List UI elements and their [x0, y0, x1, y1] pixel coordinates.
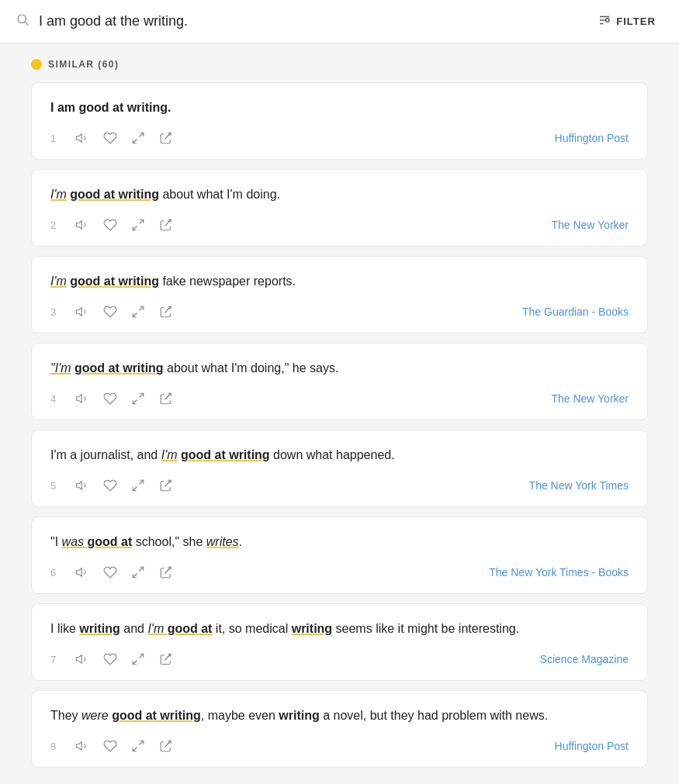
expand-button[interactable]: [125, 475, 151, 496]
like-button[interactable]: [97, 389, 123, 409]
source-link[interactable]: Huffington Post: [555, 740, 629, 752]
like-button[interactable]: [97, 302, 123, 322]
speak-button[interactable]: [69, 736, 95, 756]
expand-button[interactable]: [125, 649, 151, 669]
result-card: I like writing and I'm good at it, so me…: [31, 603, 648, 681]
result-actions: 4: [50, 389, 179, 409]
share-button[interactable]: [153, 389, 179, 409]
share-button[interactable]: [153, 736, 179, 756]
like-button[interactable]: [97, 215, 123, 235]
speak-button[interactable]: [69, 475, 95, 496]
expand-button[interactable]: [125, 215, 151, 235]
result-actions: 3: [50, 302, 179, 322]
svg-marker-18: [77, 395, 82, 403]
result-number: 1: [50, 133, 61, 144]
result-actions: 2: [50, 215, 179, 235]
result-actions: 7: [50, 649, 179, 669]
speak-button[interactable]: [69, 302, 95, 322]
svg-marker-34: [77, 742, 82, 751]
result-footer: 5 The New York Times: [50, 475, 629, 496]
section-label: SIMILAR (60): [48, 59, 119, 70]
svg-line-33: [165, 654, 171, 660]
speak-button[interactable]: [69, 215, 95, 235]
result-card: I'm a journalist, and I'm good at writin…: [31, 430, 648, 507]
speak-button[interactable]: [69, 389, 95, 409]
share-button[interactable]: [153, 302, 179, 322]
result-footer: 1 Huffington Post: [50, 128, 629, 148]
svg-line-24: [133, 487, 137, 491]
svg-line-37: [165, 741, 171, 747]
result-footer: 7 Science Magazine: [50, 649, 629, 669]
share-button[interactable]: [153, 475, 179, 496]
like-button[interactable]: [97, 736, 123, 756]
result-card: "I'm good at writing about what I'm doin…: [31, 343, 648, 420]
share-button[interactable]: [153, 562, 179, 582]
svg-line-21: [165, 393, 171, 399]
source-link[interactable]: Huffington Post: [555, 132, 629, 144]
svg-line-23: [140, 480, 144, 484]
result-sentence: I'm good at writing fake newspaper repor…: [50, 272, 629, 291]
result-number: 8: [50, 741, 61, 752]
like-button[interactable]: [97, 562, 123, 582]
svg-line-29: [165, 567, 171, 573]
result-footer: 8 Huffington Post: [50, 736, 629, 756]
svg-marker-14: [77, 308, 82, 316]
expand-button[interactable]: [125, 562, 151, 582]
result-footer: 6 The New York Times - Books: [50, 562, 629, 582]
result-sentence: I'm a journalist, and I'm good at writin…: [50, 446, 629, 465]
svg-line-13: [165, 219, 171, 226]
expand-button[interactable]: [125, 389, 151, 409]
result-sentence: They were good at writing, maybe even wr…: [50, 706, 629, 725]
result-number: 7: [50, 654, 61, 665]
svg-line-11: [140, 219, 144, 223]
similar-dot: [31, 59, 42, 70]
svg-line-17: [165, 306, 171, 313]
result-card: I am good at writing.1 Huffington Post: [31, 82, 648, 160]
like-button[interactable]: [97, 649, 123, 669]
result-number: 5: [50, 480, 61, 492]
svg-marker-26: [77, 568, 82, 577]
svg-line-15: [140, 306, 144, 310]
source-link[interactable]: The New Yorker: [551, 392, 629, 405]
svg-line-16: [133, 313, 137, 317]
search-input[interactable]: [39, 13, 590, 29]
search-bar: FILTER: [0, 0, 679, 43]
speak-button[interactable]: [69, 128, 95, 148]
like-button[interactable]: [97, 128, 123, 148]
speak-button[interactable]: [69, 649, 95, 669]
source-link[interactable]: The New York Times: [529, 479, 629, 492]
source-link[interactable]: Science Magazine: [540, 653, 629, 665]
share-button[interactable]: [153, 215, 179, 235]
svg-marker-6: [77, 134, 82, 143]
like-button[interactable]: [97, 475, 123, 496]
result-actions: 6: [50, 562, 179, 582]
result-card: They were good at writing, maybe even wr…: [31, 690, 648, 768]
expand-button[interactable]: [125, 128, 151, 148]
result-card: I'm good at writing fake newspaper repor…: [31, 256, 648, 333]
source-link[interactable]: The New Yorker: [551, 219, 629, 231]
result-footer: 4 The New Yorker: [50, 389, 629, 409]
expand-button[interactable]: [125, 736, 151, 756]
share-button[interactable]: [153, 649, 179, 669]
result-actions: 5: [50, 475, 179, 496]
result-number: 4: [50, 393, 61, 405]
result-sentence: I am good at writing.: [50, 98, 629, 117]
svg-marker-22: [77, 482, 82, 490]
share-button[interactable]: [153, 128, 179, 148]
svg-line-7: [140, 133, 144, 136]
result-footer: 2 The New Yorker: [50, 215, 629, 235]
source-link[interactable]: The New York Times - Books: [489, 566, 629, 579]
svg-marker-10: [77, 221, 82, 230]
svg-point-0: [18, 15, 26, 23]
filter-button[interactable]: FILTER: [590, 9, 663, 34]
speak-button[interactable]: [69, 562, 95, 582]
svg-line-8: [133, 140, 137, 143]
svg-line-9: [165, 133, 171, 139]
expand-button[interactable]: [125, 302, 151, 322]
svg-line-20: [133, 400, 137, 404]
svg-line-35: [140, 741, 144, 744]
source-link[interactable]: The Guardian - Books: [522, 306, 629, 318]
svg-line-27: [140, 567, 144, 571]
svg-marker-30: [77, 655, 82, 664]
filter-label: FILTER: [616, 16, 656, 27]
